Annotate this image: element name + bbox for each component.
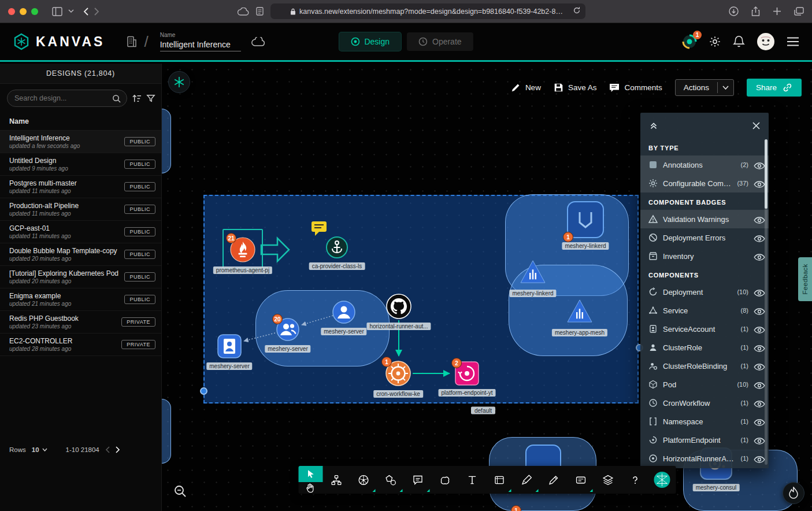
eye-icon[interactable] bbox=[754, 179, 763, 188]
chevron-down-icon[interactable] bbox=[68, 9, 74, 13]
back-icon[interactable] bbox=[83, 8, 88, 16]
component-row[interactable]: ServiceAccount(1) bbox=[640, 320, 769, 338]
tab-design[interactable]: Design bbox=[339, 32, 401, 51]
avatar[interactable] bbox=[757, 32, 775, 51]
node-meshery-linkerd[interactable]: meshery-linkerd bbox=[520, 260, 546, 286]
help-tool[interactable] bbox=[621, 466, 648, 494]
node-meshery-server[interactable]: meshery-server20 bbox=[276, 317, 300, 342]
card-tool[interactable] bbox=[567, 466, 594, 494]
window-zoom-button[interactable] bbox=[31, 8, 38, 15]
design-list-item[interactable]: Enigma exampleupdated 21 minutes agoPUBL… bbox=[0, 288, 161, 311]
component-badge-row[interactable]: Deployment Errors bbox=[640, 228, 769, 247]
eye-icon[interactable] bbox=[754, 398, 763, 408]
actions-button[interactable]: Actions bbox=[675, 79, 734, 96]
zoom-icon[interactable] bbox=[173, 484, 187, 501]
component-badge-row[interactable]: Inventory bbox=[640, 247, 769, 265]
window-minimize-button[interactable] bbox=[20, 8, 27, 15]
tab-operate[interactable]: Operate bbox=[407, 32, 473, 51]
component-badge-row[interactable]: Validation Warnings bbox=[640, 210, 769, 228]
prev-page-icon[interactable] bbox=[105, 446, 110, 453]
save-as-button[interactable]: Save As bbox=[554, 83, 597, 92]
frame-tool[interactable] bbox=[485, 466, 513, 494]
search-box[interactable] bbox=[7, 90, 127, 107]
design-list-item[interactable]: Redis PHP Guestbookupdated 23 minutes ag… bbox=[0, 311, 161, 334]
sketch-tool[interactable] bbox=[431, 466, 458, 494]
notifications-bell-icon[interactable] bbox=[733, 35, 745, 48]
window-close-button[interactable] bbox=[8, 8, 15, 15]
panel-scrollbar-thumb[interactable] bbox=[765, 139, 767, 209]
component-row[interactable]: ClusterRoleBinding(1) bbox=[640, 357, 769, 375]
node-platform-endpoint-yt[interactable]: platform-endpoint-yt2 bbox=[455, 361, 479, 386]
comment-tool[interactable] bbox=[404, 466, 431, 494]
kubernetes-tool[interactable] bbox=[350, 466, 377, 494]
collapse-all-icon[interactable] bbox=[648, 120, 659, 131]
sidebar-toggle-icon[interactable] bbox=[52, 7, 62, 16]
new-tab-icon[interactable] bbox=[773, 7, 781, 16]
reader-icon[interactable] bbox=[256, 7, 264, 16]
node-cron-workflow-ke[interactable]: cron-workflow-ke1 bbox=[385, 360, 411, 387]
eye-icon[interactable] bbox=[754, 233, 763, 242]
arrow-annotation[interactable] bbox=[260, 236, 290, 264]
kanvas-logo[interactable]: KANVAS bbox=[13, 33, 105, 50]
downloads-icon[interactable] bbox=[729, 6, 739, 16]
canvas-menu-button[interactable] bbox=[168, 71, 190, 93]
eye-icon[interactable] bbox=[754, 306, 763, 315]
organization-icon[interactable] bbox=[125, 35, 138, 48]
design-list-item[interactable]: Production-alt Pipelineupdated 11 minute… bbox=[0, 198, 161, 221]
comments-button[interactable]: Comments bbox=[609, 83, 662, 92]
design-list-item[interactable]: Intelligent Inferenceupdated a few secon… bbox=[0, 131, 161, 153]
eye-icon[interactable] bbox=[754, 287, 763, 297]
tab-overview-icon[interactable] bbox=[794, 7, 804, 16]
cloud-icon[interactable] bbox=[238, 8, 249, 16]
close-icon[interactable] bbox=[752, 121, 761, 130]
by-type-row[interactable]: Configurable Compon(37) bbox=[640, 174, 769, 192]
eye-icon[interactable] bbox=[754, 251, 763, 261]
sort-icon[interactable] bbox=[132, 94, 142, 103]
component-row[interactable]: Pod(10) bbox=[640, 375, 769, 394]
share-icon[interactable] bbox=[751, 6, 760, 16]
by-type-row[interactable]: Annotations(2) bbox=[640, 155, 769, 174]
eye-icon[interactable] bbox=[754, 160, 763, 169]
rows-per-page-select[interactable]: 10 bbox=[32, 446, 47, 453]
eye-icon[interactable] bbox=[754, 214, 763, 224]
hierarchy-tool[interactable] bbox=[322, 466, 350, 494]
hand-tool[interactable] bbox=[298, 482, 322, 494]
node-meshery-linkerd[interactable]: meshery-linkerd1 bbox=[566, 201, 605, 239]
pen-tool[interactable] bbox=[513, 466, 540, 494]
design-list-item[interactable]: EC2-CONTROLLERupdated 28 minutes agoPRIV… bbox=[0, 334, 161, 356]
group-bubble[interactable] bbox=[162, 399, 171, 464]
component-row[interactable]: Service(8) bbox=[640, 301, 769, 320]
node-meshery-server[interactable]: meshery-server bbox=[217, 334, 242, 359]
connection-status-icon[interactable]: 1 bbox=[682, 34, 697, 49]
region-handle[interactable] bbox=[200, 387, 207, 395]
next-page-icon[interactable] bbox=[116, 446, 120, 453]
column-header-name[interactable]: Name bbox=[0, 113, 161, 131]
component-row[interactable]: HorizontalRunnerAutos(1) bbox=[640, 449, 769, 468]
component-row[interactable]: Deployment(10) bbox=[640, 283, 769, 301]
node-meshery-app-mesh[interactable]: meshery-app-mesh bbox=[566, 299, 593, 325]
component-row[interactable]: PlatformEndpoint(1) bbox=[640, 431, 769, 449]
node-meshery-server[interactable]: meshery-server bbox=[332, 300, 356, 324]
design-list-item[interactable]: Postgres multi-masterupdated 11 minutes … bbox=[0, 176, 161, 198]
eye-icon[interactable] bbox=[754, 324, 763, 334]
eye-icon[interactable] bbox=[754, 417, 763, 426]
select-tool[interactable] bbox=[298, 466, 322, 482]
search-input[interactable] bbox=[13, 94, 109, 103]
settings-gear-icon[interactable] bbox=[709, 35, 721, 48]
eye-icon[interactable] bbox=[754, 361, 763, 371]
layers-tool[interactable] bbox=[594, 466, 621, 494]
pencil-tool[interactable] bbox=[540, 466, 567, 494]
node-horizontal-runner-aut[interactable]: horizontal-runner-aut... bbox=[386, 294, 411, 319]
actions-caret-icon[interactable] bbox=[717, 82, 733, 93]
text-tool[interactable] bbox=[458, 466, 485, 494]
eye-icon[interactable] bbox=[754, 435, 763, 445]
share-button[interactable]: Share bbox=[747, 79, 802, 97]
design-name-field[interactable]: Name bbox=[160, 32, 241, 51]
feedback-tab[interactable]: Feedback bbox=[798, 257, 812, 301]
menu-icon[interactable] bbox=[787, 37, 799, 46]
component-row[interactable]: CronWorkflow(1) bbox=[640, 394, 769, 412]
shapes-tool[interactable] bbox=[377, 466, 404, 494]
eye-icon[interactable] bbox=[754, 343, 763, 352]
design-name-input[interactable] bbox=[160, 39, 241, 51]
url-bar[interactable]: kanvas.new/extension/meshmap?mode=design… bbox=[270, 3, 585, 19]
